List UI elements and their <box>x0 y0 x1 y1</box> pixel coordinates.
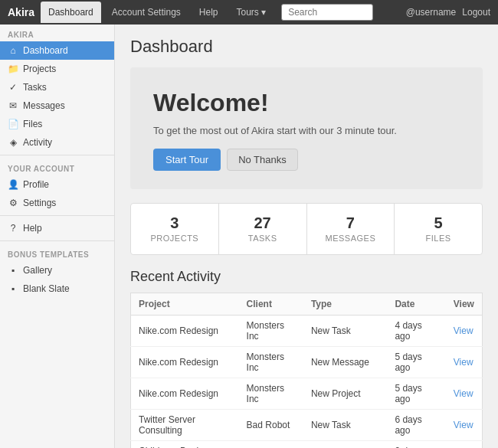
sidebar-section-main: AKIRA <box>0 25 114 41</box>
welcome-actions: Start Tour No Thanks <box>153 149 460 171</box>
cell-view[interactable]: View <box>446 316 483 347</box>
view-link[interactable]: View <box>454 357 473 368</box>
sidebar-divider-3 <box>0 240 114 241</box>
sidebar-label-messages: Messages <box>23 100 65 111</box>
cell-client: Monsters Inc <box>239 316 303 347</box>
table-header-row: Project Client Type Date View <box>131 293 483 316</box>
cell-client: Monsters Inc <box>239 378 303 410</box>
cell-view[interactable]: View <box>446 441 483 449</box>
sidebar-label-help: Help <box>23 223 42 234</box>
sidebar-label-blank-slate: Blank Slate <box>23 283 70 294</box>
cell-type: New Task <box>303 410 387 441</box>
sidebar-item-blank-slate[interactable]: ▪ Blank Slate <box>0 280 114 298</box>
tab-tours[interactable]: Tours ▾ <box>229 5 274 20</box>
sidebar-item-gallery[interactable]: ▪ Gallery <box>0 261 114 280</box>
sidebar-section-bonus: BONUS TEMPLATES <box>0 244 114 261</box>
page-title: Dashboard <box>130 37 483 57</box>
folder-icon: 📁 <box>8 64 18 74</box>
tab-dashboard[interactable]: Dashboard <box>41 2 101 23</box>
stat-files-number: 5 <box>402 214 474 232</box>
cell-project: Nike.com Redesign <box>131 378 239 410</box>
username-link[interactable]: @username <box>406 7 457 18</box>
help-icon: ? <box>8 223 18 234</box>
sidebar-label-tasks: Tasks <box>23 82 47 93</box>
home-icon: ⌂ <box>8 45 18 56</box>
tab-account-settings[interactable]: Account Settings <box>104 5 188 20</box>
cell-date: 9 days ago <box>387 441 445 449</box>
cell-project: Twitter Server Consulting <box>131 410 239 441</box>
sidebar-item-activity[interactable]: ◈ Activity <box>0 133 114 152</box>
welcome-description: To get the most out of Akira start with … <box>153 125 460 136</box>
sidebar-item-dashboard[interactable]: ⌂ Dashboard <box>0 41 114 60</box>
sidebar-item-messages[interactable]: ✉ Messages <box>0 96 114 115</box>
welcome-box: Welcome! To get the most out of Akira st… <box>130 67 483 189</box>
welcome-heading: Welcome! <box>153 89 460 117</box>
sidebar-label-files: Files <box>23 119 42 129</box>
table-row: Nike.com Redesign Monsters Inc New Task … <box>131 316 483 347</box>
logout-link[interactable]: Logout <box>462 7 490 18</box>
stat-projects-label: PROJECTS <box>151 234 199 243</box>
cell-project: Nike.com Redesign <box>131 316 239 347</box>
stat-messages-number: 7 <box>315 214 387 232</box>
search-input[interactable] <box>281 4 373 21</box>
cell-view[interactable]: View <box>446 378 483 410</box>
col-view: View <box>446 293 483 316</box>
right-links: @username Logout <box>406 7 490 18</box>
sidebar-divider-2 <box>0 215 114 216</box>
activity-icon: ◈ <box>8 137 18 148</box>
cell-client: Evil Genius <box>239 441 303 449</box>
sidebar-item-tasks[interactable]: ✓ Tasks <box>0 78 114 96</box>
view-link[interactable]: View <box>454 388 473 399</box>
sidebar: AKIRA ⌂ Dashboard 📁 Projects ✓ Tasks ✉ M… <box>0 25 115 448</box>
start-tour-button[interactable]: Start Tour <box>153 149 221 171</box>
stat-tasks: 27 TASKS <box>219 204 307 254</box>
blank-slate-icon: ▪ <box>8 283 18 294</box>
sidebar-label-projects: Projects <box>23 64 56 74</box>
view-link[interactable]: View <box>454 420 473 430</box>
cell-type: New Message <box>303 347 387 378</box>
stat-files-label: FILES <box>426 234 451 243</box>
cell-client: Monsters Inc <box>239 347 303 378</box>
cell-date: 5 days ago <box>387 347 445 378</box>
col-project: Project <box>131 293 239 316</box>
stat-files: 5 FILES <box>395 204 482 254</box>
cell-date: 5 days ago <box>387 378 445 410</box>
profile-icon: 👤 <box>8 179 18 190</box>
stat-tasks-number: 27 <box>227 214 299 232</box>
settings-icon: ⚙ <box>8 198 18 208</box>
stat-tasks-label: TASKS <box>248 234 277 243</box>
cell-view[interactable]: View <box>446 410 483 441</box>
table-row: Childrens Book Illustration Evil Genius … <box>131 441 483 449</box>
tab-help[interactable]: Help <box>192 5 226 20</box>
cell-project: Childrens Book Illustration <box>131 441 239 449</box>
table-row: Twitter Server Consulting Bad Robot New … <box>131 410 483 441</box>
col-client: Client <box>239 293 303 316</box>
activity-title: Recent Activity <box>130 269 483 285</box>
top-navigation: Akira Dashboard Account Settings Help To… <box>0 0 498 25</box>
cell-date: 4 days ago <box>387 316 445 347</box>
sidebar-label-activity: Activity <box>23 137 52 148</box>
check-icon: ✓ <box>8 82 18 93</box>
sidebar-item-profile[interactable]: 👤 Profile <box>0 175 114 194</box>
table-row: Nike.com Redesign Monsters Inc New Proje… <box>131 378 483 410</box>
sidebar-item-settings[interactable]: ⚙ Settings <box>0 194 114 212</box>
cell-project: Nike.com Redesign <box>131 347 239 378</box>
stat-messages: 7 MESSAGES <box>307 204 395 254</box>
activity-table: Project Client Type Date View Nike.com R… <box>130 293 483 448</box>
view-link[interactable]: View <box>454 325 473 336</box>
sidebar-item-help[interactable]: ? Help <box>0 219 114 237</box>
main-content: Dashboard Welcome! To get the most out o… <box>115 25 498 448</box>
gallery-icon: ▪ <box>8 265 18 276</box>
sidebar-item-projects[interactable]: 📁 Projects <box>0 60 114 78</box>
stats-row: 3 PROJECTS 27 TASKS 7 MESSAGES 5 FILES <box>130 203 483 255</box>
stat-projects: 3 PROJECTS <box>131 204 219 254</box>
table-row: Nike.com Redesign Monsters Inc New Messa… <box>131 347 483 378</box>
sidebar-item-files[interactable]: 📄 Files <box>0 115 114 133</box>
cell-type: New Message <box>303 441 387 449</box>
cell-date: 6 days ago <box>387 410 445 441</box>
cell-view[interactable]: View <box>446 347 483 378</box>
cell-type: New Project <box>303 378 387 410</box>
no-thanks-button[interactable]: No Thanks <box>227 149 298 171</box>
mail-icon: ✉ <box>8 100 18 111</box>
sidebar-section-account: YOUR ACCOUNT <box>0 159 114 175</box>
